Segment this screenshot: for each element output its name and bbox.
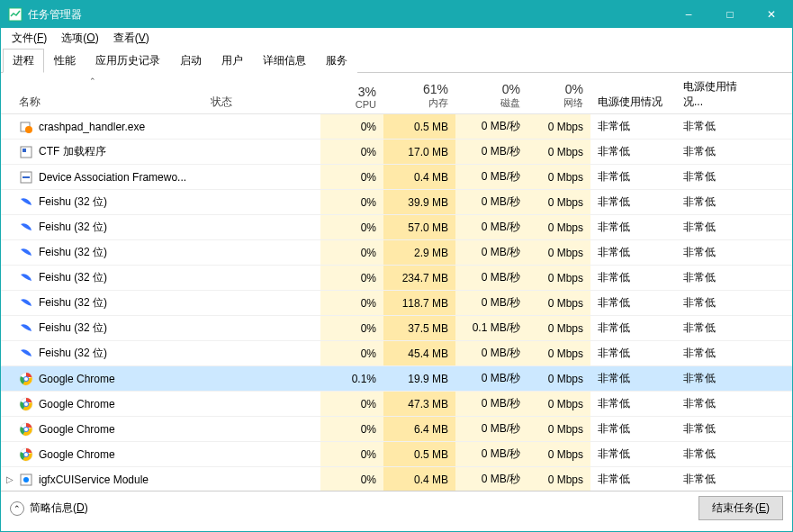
cpu-cell: 0% xyxy=(320,442,383,466)
process-name-cell: Feishu (32 位) xyxy=(19,295,203,311)
process-row[interactable]: CTF 加载程序0%17.0 MB0 MB/秒0 Mbps非常低非常低 xyxy=(1,140,792,165)
tab-6[interactable]: 服务 xyxy=(316,49,357,73)
process-row[interactable]: Feishu (32 位)0%2.9 MB0 MB/秒0 Mbps非常低非常低 xyxy=(1,240,792,266)
menu-view[interactable]: 查看(V) xyxy=(106,29,157,48)
chrome-icon xyxy=(19,422,33,437)
col-power-usage[interactable]: 电源使用情况 xyxy=(590,95,676,110)
net-cell: 0 Mbps xyxy=(527,392,590,416)
col-net[interactable]: 0%网络 xyxy=(527,82,590,110)
process-row[interactable]: Feishu (32 位)0%57.0 MB0 MB/秒0 Mbps非常低非常低 xyxy=(1,215,792,240)
net-cell: 0 Mbps xyxy=(527,417,590,441)
power-trend-cell: 非常低 xyxy=(676,341,761,365)
process-row[interactable]: Google Chrome0%47.3 MB0 MB/秒0 Mbps非常低非常低 xyxy=(1,392,792,417)
disk-cell: 0 MB/秒 xyxy=(455,417,527,441)
maximize-button[interactable]: □ xyxy=(709,1,751,28)
crash-icon xyxy=(19,120,33,134)
svg-rect-4 xyxy=(23,149,26,152)
svg-point-2 xyxy=(25,126,32,133)
menu-options[interactable]: 选项(O) xyxy=(54,29,105,48)
power-trend-cell: 非常低 xyxy=(676,190,761,214)
process-row[interactable]: ▷igfxCUIService Module0%0.4 MB0 MB/秒0 Mb… xyxy=(1,467,792,491)
power-trend-cell: 非常低 xyxy=(676,442,761,466)
tab-2[interactable]: 应用历史记录 xyxy=(86,49,170,73)
disk-cell: 0 MB/秒 xyxy=(455,392,527,416)
power-cell: 非常低 xyxy=(590,392,676,416)
col-mem[interactable]: 61%内存 xyxy=(383,82,455,110)
col-name[interactable]: 名称 xyxy=(1,95,203,110)
disk-cell: 0 MB/秒 xyxy=(455,165,527,189)
power-cell: 非常低 xyxy=(590,341,676,365)
power-cell: 非常低 xyxy=(590,190,676,214)
mem-cell: 39.9 MB xyxy=(383,190,455,214)
power-cell: 非常低 xyxy=(590,316,676,340)
power-trend-cell: 非常低 xyxy=(676,366,761,391)
disk-cell: 0 MB/秒 xyxy=(455,341,527,365)
process-row[interactable]: Feishu (32 位)0%39.9 MB0 MB/秒0 Mbps非常低非常低 xyxy=(1,190,792,215)
cpu-cell: 0% xyxy=(320,316,383,340)
minimize-button[interactable]: – xyxy=(668,1,709,28)
mem-cell: 0.5 MB xyxy=(383,442,455,466)
mem-cell: 0.4 MB xyxy=(383,165,455,189)
net-cell: 0 Mbps xyxy=(527,266,590,290)
process-row[interactable]: Feishu (32 位)0%45.4 MB0 MB/秒0 Mbps非常低非常低 xyxy=(1,341,792,366)
power-cell: 非常低 xyxy=(590,366,676,391)
cpu-cell: 0% xyxy=(320,291,383,315)
mem-cell: 17.0 MB xyxy=(383,140,455,164)
sort-indicator-icon: ⌃ xyxy=(89,77,96,86)
process-row[interactable]: Google Chrome0%0.5 MB0 MB/秒0 Mbps非常低非常低 xyxy=(1,442,792,467)
disk-cell: 0.1 MB/秒 xyxy=(455,316,527,340)
disk-cell: 0 MB/秒 xyxy=(455,114,527,139)
process-row[interactable]: Feishu (32 位)0%234.7 MB0 MB/秒0 Mbps非常低非常… xyxy=(1,266,792,291)
svg-rect-6 xyxy=(23,176,30,178)
col-power-usage-trend[interactable]: 电源使用情况... xyxy=(676,79,761,110)
expand-icon[interactable]: ▷ xyxy=(1,474,19,484)
svg-point-15 xyxy=(24,428,28,431)
power-cell: 非常低 xyxy=(590,291,676,315)
svg-point-12 xyxy=(24,402,28,406)
mem-cell: 0.4 MB xyxy=(383,467,455,491)
tab-1[interactable]: 性能 xyxy=(44,49,86,73)
mem-cell: 2.9 MB xyxy=(383,240,455,265)
net-cell: 0 Mbps xyxy=(527,114,590,139)
tab-0[interactable]: 进程 xyxy=(3,49,44,73)
power-trend-cell: 非常低 xyxy=(676,291,761,315)
col-disk[interactable]: 0%磁盘 xyxy=(455,82,527,110)
tab-4[interactable]: 用户 xyxy=(212,49,253,73)
titlebar[interactable]: 任务管理器 – □ ✕ xyxy=(1,1,792,28)
col-cpu[interactable]: 3%CPU xyxy=(320,85,383,110)
feishu-icon xyxy=(19,296,33,311)
fewer-details-toggle[interactable]: ⌃ 简略信息(D) xyxy=(10,500,88,516)
tabs: 进程性能应用历史记录启动用户详细信息服务 xyxy=(1,48,792,73)
mem-cell: 118.7 MB xyxy=(383,291,455,315)
mem-cell: 47.3 MB xyxy=(383,392,455,416)
power-cell: 非常低 xyxy=(590,266,676,290)
end-task-button[interactable]: 结束任务(E) xyxy=(698,496,783,520)
power-trend-cell: 非常低 xyxy=(676,392,761,416)
process-row[interactable]: Device Association Framewo...0%0.4 MB0 M… xyxy=(1,165,792,190)
mem-cell: 0.5 MB xyxy=(383,114,455,139)
process-row[interactable]: crashpad_handler.exe0%0.5 MB0 MB/秒0 Mbps… xyxy=(1,114,792,140)
mem-cell: 37.5 MB xyxy=(383,316,455,340)
process-name-cell: Google Chrome xyxy=(19,397,203,411)
process-name-cell: Feishu (32 位) xyxy=(19,245,203,260)
power-trend-cell: 非常低 xyxy=(676,140,761,164)
power-trend-cell: 非常低 xyxy=(676,316,761,340)
net-cell: 0 Mbps xyxy=(527,140,590,164)
disk-cell: 0 MB/秒 xyxy=(455,190,527,214)
tab-3[interactable]: 启动 xyxy=(170,49,212,73)
disk-cell: 0 MB/秒 xyxy=(455,291,527,315)
tab-5[interactable]: 详细信息 xyxy=(253,49,316,73)
process-list[interactable]: crashpad_handler.exe0%0.5 MB0 MB/秒0 Mbps… xyxy=(1,114,792,491)
disk-cell: 0 MB/秒 xyxy=(455,442,527,466)
col-status[interactable]: 状态 xyxy=(203,95,320,110)
igfx-icon xyxy=(19,473,33,487)
process-row[interactable]: Google Chrome0%6.4 MB0 MB/秒0 Mbps非常低非常低 xyxy=(1,417,792,442)
process-row[interactable]: Feishu (32 位)0%37.5 MB0.1 MB/秒0 Mbps非常低非… xyxy=(1,316,792,341)
process-row[interactable]: Feishu (32 位)0%118.7 MB0 MB/秒0 Mbps非常低非常… xyxy=(1,291,792,316)
net-cell: 0 Mbps xyxy=(527,316,590,340)
process-row[interactable]: Google Chrome0.1%19.9 MB0 MB/秒0 Mbps非常低非… xyxy=(1,366,792,392)
close-button[interactable]: ✕ xyxy=(751,1,792,28)
cpu-cell: 0% xyxy=(320,240,383,265)
menu-file[interactable]: 文件(F) xyxy=(5,29,54,48)
mem-cell: 45.4 MB xyxy=(383,341,455,365)
